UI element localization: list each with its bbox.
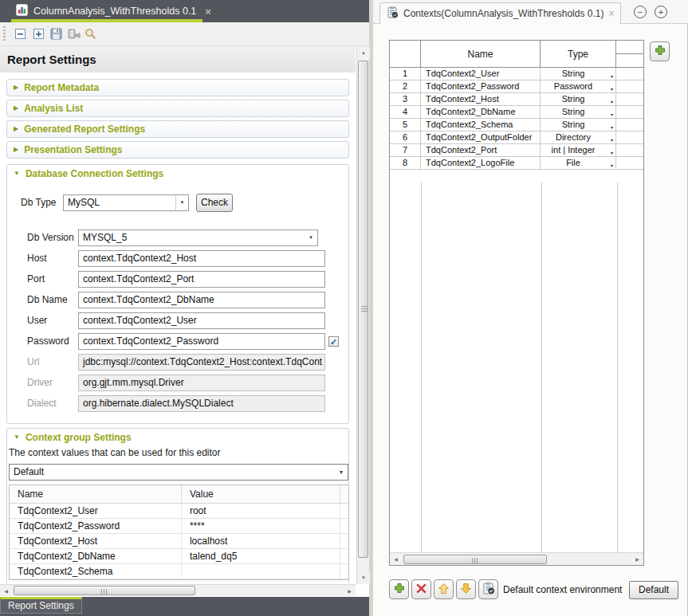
check-button[interactable]: Check <box>196 194 233 212</box>
table-row[interactable]: 4 TdqContext2_DbName String▾ <box>390 106 643 119</box>
add-context-variable-button[interactable] <box>650 41 670 61</box>
scroll-left-icon[interactable]: ◀ <box>390 553 402 565</box>
password-echo-checkbox[interactable]: ✓ <box>328 336 339 347</box>
cell-type[interactable]: Password▾ <box>541 80 616 92</box>
chevron-down-icon[interactable]: ▾ <box>611 84 613 92</box>
cell-value[interactable]: **** <box>182 519 340 533</box>
cell-name[interactable]: TdqContext2_Schema <box>10 564 182 579</box>
context-group-select[interactable]: Default ▼ <box>9 464 348 481</box>
cell-value[interactable]: localhost <box>182 534 340 548</box>
table-horizontal-scrollbar[interactable]: ◀ ▶ <box>390 552 643 565</box>
scroll-right-icon[interactable]: ▶ <box>344 585 356 596</box>
scrollbar-thumb[interactable] <box>14 586 195 595</box>
minimize-icon[interactable]: − <box>634 6 647 18</box>
close-icon[interactable]: × <box>608 8 614 19</box>
cell-name[interactable]: TdqContext2_User <box>10 504 182 518</box>
port-input[interactable]: context.TdqContext2_Port <box>78 271 325 288</box>
table-row[interactable]: TdqContext2_Schema <box>10 564 348 579</box>
scroll-down-icon[interactable]: ▼ <box>357 571 370 584</box>
host-input[interactable]: context.TdqContext2_Host <box>78 250 325 267</box>
cell-name[interactable]: TdqContext2_User <box>421 68 541 80</box>
cell-value[interactable]: talend_dq5 <box>182 549 340 563</box>
table-row[interactable]: TdqContext2_DbName talend_dq5 <box>10 549 348 564</box>
maximize-icon[interactable]: + <box>655 6 667 18</box>
table-row[interactable]: 1 TdqContext2_User String▾ <box>390 68 643 80</box>
chevron-down-icon[interactable]: ▾ <box>611 71 613 80</box>
column-header-name[interactable]: Name <box>10 485 182 503</box>
table-row[interactable]: 3 TdqContext2_Host String▾ <box>390 93 643 106</box>
chevron-down-icon[interactable]: ▾ <box>611 96 613 105</box>
chevron-down-icon[interactable]: ▾ <box>611 135 613 143</box>
context-environment-select[interactable]: Default <box>629 581 678 599</box>
scroll-left-icon[interactable]: ◀ <box>0 585 12 596</box>
column-header-type[interactable]: Type <box>541 41 616 67</box>
horizontal-scrollbar[interactable]: ◀ ▶ <box>0 584 356 596</box>
db-name-input[interactable]: context.TdqContext2_DbName <box>78 292 325 308</box>
scrollbar-thumb[interactable] <box>403 555 547 564</box>
generate-report-icon[interactable] <box>67 27 81 41</box>
table-row[interactable]: 7 TdqContext2_Port int | Integer▾ <box>390 144 643 157</box>
cell-name[interactable]: TdqContext2_LogoFile <box>421 157 541 169</box>
db-version-label: Db Version <box>27 230 74 246</box>
chevron-down-icon[interactable]: ▾ <box>611 160 613 169</box>
search-icon[interactable] <box>84 27 97 41</box>
delete-button[interactable] <box>411 579 431 599</box>
section-header[interactable]: ▼ Context group Settings <box>14 432 132 443</box>
cell-name[interactable]: TdqContext2_DbName <box>10 549 182 563</box>
table-row[interactable]: 2 TdqContext2_Password Password▾ <box>390 80 643 93</box>
table-row[interactable]: TdqContext2_User root <box>10 504 348 519</box>
user-input[interactable]: context.TdqContext2_User <box>78 312 325 329</box>
cell-type[interactable]: String▾ <box>541 68 616 80</box>
cell-type[interactable]: File▾ <box>541 157 616 169</box>
cell-value[interactable]: root <box>182 504 340 518</box>
move-up-button[interactable] <box>434 579 454 599</box>
scroll-right-icon[interactable]: ▶ <box>631 553 643 565</box>
cell-type[interactable]: int | Integer▾ <box>541 144 616 156</box>
tab-report-settings[interactable]: Report Settings <box>0 597 82 614</box>
table-row[interactable]: 6 TdqContext2_OutputFolder Directory▾ <box>390 131 643 144</box>
column-header-value[interactable]: Value <box>182 485 340 503</box>
close-icon[interactable]: × <box>205 6 211 18</box>
section-generated-report-settings[interactable]: ▶ Generated Report Settings <box>6 120 349 138</box>
cell-type[interactable]: Directory▾ <box>541 131 616 143</box>
scrollbar-thumb[interactable] <box>358 61 368 558</box>
password-input[interactable]: context.TdqContext2_Password <box>78 333 325 350</box>
cell-type[interactable]: String▾ <box>541 106 616 118</box>
section-analysis-list[interactable]: ▶ Analysis List <box>6 100 349 117</box>
cell-name[interactable]: TdqContext2_OutputFolder <box>421 131 541 143</box>
cell-name[interactable]: TdqContext2_DbName <box>421 106 541 118</box>
cell-name[interactable]: TdqContext2_Password <box>421 80 541 92</box>
collapse-all-icon[interactable] <box>14 27 27 41</box>
chevron-down-icon[interactable]: ▾ <box>611 147 613 156</box>
context-group-value: Default <box>14 466 44 477</box>
table-row[interactable]: TdqContext2_Password **** <box>10 519 348 534</box>
cell-type[interactable]: String▾ <box>541 93 616 105</box>
add-button[interactable] <box>389 579 409 599</box>
tab-contexts[interactable]: Contexts(ColumnAnalysis_WithThresholds 0… <box>379 2 621 24</box>
cell-name[interactable]: TdqContext2_Host <box>421 93 541 105</box>
table-row[interactable]: 8 TdqContext2_LogoFile File▾ <box>390 157 643 170</box>
move-down-button[interactable] <box>456 579 476 599</box>
table-row[interactable]: 5 TdqContext2_Schema String▾ <box>390 119 643 131</box>
vertical-scrollbar[interactable]: ▲ ▼ <box>356 46 369 584</box>
section-presentation-settings[interactable]: ▶ Presentation Settings <box>6 141 349 159</box>
chevron-down-icon[interactable]: ▾ <box>611 109 613 118</box>
chevron-down-icon[interactable]: ▾ <box>611 122 613 131</box>
db-type-select[interactable]: MySQL ▼ <box>63 194 189 211</box>
db-version-select[interactable]: MYSQL_5 ▼ <box>78 230 318 246</box>
cell-type[interactable]: String▾ <box>541 119 616 131</box>
cell-name[interactable]: TdqContext2_Schema <box>421 119 541 131</box>
section-header[interactable]: ▼ Database Connection Settings <box>14 168 163 179</box>
contexts-manage-button[interactable] <box>478 579 498 599</box>
cell-name[interactable]: TdqContext2_Host <box>10 534 182 548</box>
cell-value[interactable] <box>182 564 340 579</box>
save-icon[interactable] <box>49 27 63 41</box>
cell-name[interactable]: TdqContext2_Password <box>10 519 182 533</box>
table-row[interactable]: TdqContext2_Host localhost <box>10 534 348 549</box>
section-report-metadata[interactable]: ▶ Report Metadata <box>6 79 349 96</box>
column-header-name[interactable]: Name <box>421 41 541 67</box>
scroll-up-icon[interactable]: ▲ <box>357 46 370 59</box>
cell-name[interactable]: TdqContext2_Port <box>421 144 541 156</box>
toolbar-drag-handle[interactable] <box>3 26 6 42</box>
expand-all-icon[interactable] <box>32 27 45 41</box>
